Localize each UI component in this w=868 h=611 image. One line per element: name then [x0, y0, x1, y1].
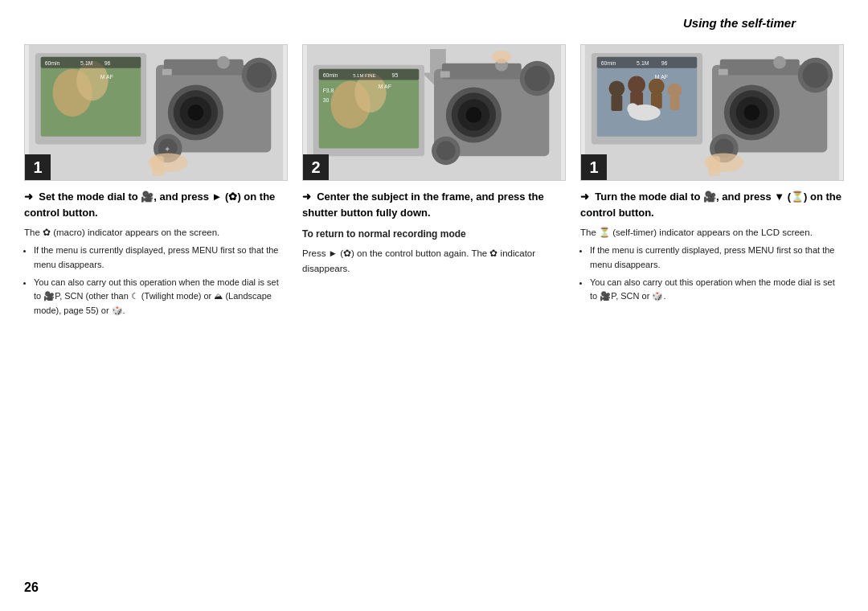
column-2: 60min 5.1M FINE 95 M AF F3.8 30	[302, 44, 566, 280]
svg-text:60min: 60min	[323, 72, 338, 78]
page-title: Using the self-timer	[24, 16, 844, 30]
instruction-3: ➜ Turn the mode dial to 🎥, and press ▼ (…	[580, 189, 844, 220]
svg-text:60min: 60min	[45, 60, 60, 66]
svg-text:M AF: M AF	[379, 84, 391, 89]
svg-text:5.1M: 5.1M	[80, 60, 93, 66]
svg-point-43	[466, 107, 482, 123]
svg-point-15	[188, 105, 204, 121]
svg-point-54	[609, 80, 625, 96]
camera-image-3: 60min 5.1M 96 M AF	[580, 44, 844, 181]
svg-text:5.1M: 5.1M	[637, 60, 649, 66]
svg-text:5.1M FINE: 5.1M FINE	[353, 73, 375, 78]
svg-text:96: 96	[661, 60, 668, 66]
svg-rect-24	[152, 156, 164, 176]
svg-text:M AF: M AF	[100, 74, 113, 80]
instruction-body-2: To return to normal recording mode Press…	[302, 227, 566, 276]
svg-text:M AF: M AF	[655, 74, 668, 80]
svg-rect-61	[670, 96, 680, 110]
page-number: 26	[24, 580, 39, 595]
svg-point-47	[436, 141, 456, 161]
svg-rect-82	[708, 156, 720, 176]
svg-rect-50	[440, 72, 450, 78]
svg-rect-80	[719, 69, 728, 76]
instruction-body-1: The ✿ (macro) indicator appears on the s…	[24, 225, 288, 318]
svg-text:F3.8: F3.8	[323, 88, 334, 93]
svg-point-76	[803, 63, 829, 88]
svg-point-49	[492, 51, 511, 64]
instruction-1: ➜ Set the mode dial to 🎥, and press ► (✿…	[24, 189, 288, 220]
svg-point-21	[217, 56, 230, 69]
svg-text:96: 96	[104, 60, 111, 66]
columns-container: 60min 5.1M 96 M AF ✦	[24, 44, 844, 321]
svg-text:95: 95	[392, 72, 399, 78]
svg-rect-70	[720, 59, 800, 76]
svg-text:60min: 60min	[601, 60, 616, 66]
svg-text:30: 30	[323, 97, 330, 103]
svg-point-56	[628, 76, 645, 94]
camera-image-2: 60min 5.1M FINE 95 M AF F3.8 30	[302, 44, 566, 181]
svg-rect-22	[162, 69, 172, 76]
svg-rect-55	[611, 95, 622, 111]
step-badge-2: 2	[303, 154, 329, 180]
svg-point-63	[627, 103, 638, 114]
svg-rect-11	[164, 59, 244, 76]
column-3: 60min 5.1M 96 M AF	[580, 44, 844, 307]
svg-point-79	[773, 56, 786, 69]
svg-point-17	[247, 63, 272, 88]
svg-point-74	[744, 105, 760, 121]
svg-text:✦: ✦	[164, 145, 170, 154]
instruction-body-3: The ⏳ (self-timer) indicator appears on …	[580, 225, 844, 304]
step-badge-3: 1	[581, 154, 607, 180]
camera-image-1: 60min 5.1M 96 M AF ✦	[24, 44, 288, 181]
svg-point-60	[668, 83, 682, 97]
svg-point-45	[525, 66, 551, 92]
instruction-2: ➜ Center the subject in the frame, and p…	[302, 189, 566, 220]
step-badge-1: 1	[25, 154, 51, 180]
column-1: 60min 5.1M 96 M AF ✦	[24, 44, 288, 321]
svg-rect-39	[442, 64, 522, 80]
svg-point-58	[649, 79, 665, 95]
